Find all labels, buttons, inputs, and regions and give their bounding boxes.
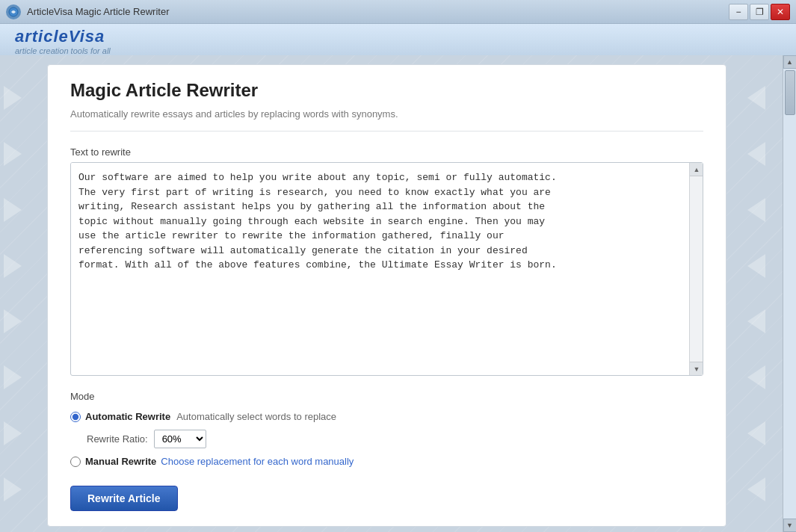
manual-rewrite-bold-label: Manual Rewrite [85,456,156,467]
triangle-6 [4,365,34,389]
textarea-scroll-up[interactable]: ▲ [690,163,703,176]
mode-section: Mode Automatic Rewrite Automatically sel… [70,391,703,511]
page-subtitle: Automatically rewrite essays and article… [70,108,703,132]
triangle-5 [4,309,34,333]
restore-button[interactable]: ❐ [750,4,769,20]
app-icon [6,4,21,19]
rtriangle-2 [735,142,765,166]
window-controls: − ❐ ✕ [729,4,790,20]
logo-text: articleVisa [15,27,105,46]
automatic-rewrite-desc: Automatically select words to replace [176,411,336,422]
main-panel: Magic Article Rewriter Automatically rew… [47,64,726,527]
page-title: Magic Article Rewriter [70,80,703,101]
rewrite-ratio-select[interactable]: 10%20%30%40%50%60%70%80%90%100% [154,430,206,448]
minimize-button[interactable]: − [729,4,748,20]
close-button[interactable]: ✕ [771,4,790,20]
triangle-8 [4,477,34,501]
rtriangle-8 [735,477,765,501]
logo-tagline: article creation tools for all [15,46,111,55]
rtriangle-4 [735,254,765,278]
scroll-track [783,69,796,519]
rtriangle-3 [735,198,765,222]
title-bar: ArticleVisa Magic Article Rewriter − ❐ ✕ [0,0,796,24]
automatic-rewrite-option: Automatic Rewrite Automatically select w… [70,411,703,422]
rewrite-article-button[interactable]: Rewrite Article [70,486,178,511]
rewrite-ratio-row: Rewrite Ratio: 10%20%30%40%50%60%70%80%9… [87,430,703,448]
title-bar-left: ArticleVisa Magic Article Rewriter [6,4,169,19]
text-rewrite-input[interactable] [71,163,703,372]
triangle-1 [4,86,34,110]
mode-label: Mode [70,391,703,402]
triangle-4 [4,254,34,278]
main-scrollbar: ▲ ▼ [783,55,796,532]
rewrite-ratio-label: Rewrite Ratio: [87,433,148,445]
triangle-7 [4,421,34,445]
window-content: Magic Article Rewriter Automatically rew… [0,55,796,532]
triangle-2 [4,142,34,166]
automatic-rewrite-radio[interactable] [70,412,81,422]
right-decoration [732,55,769,532]
textarea-scroll-down[interactable]: ▼ [690,362,703,375]
scroll-down-arrow[interactable]: ▼ [783,519,797,532]
manual-rewrite-radio[interactable] [70,457,81,467]
scroll-thumb[interactable] [785,70,795,115]
left-decoration [0,55,37,532]
textarea-scrollbar: ▲ ▼ [689,163,703,375]
window-title: ArticleVisa Magic Article Rewriter [27,6,169,17]
rtriangle-5 [735,309,765,333]
manual-rewrite-option: Manual Rewrite Choose replacement for ea… [70,456,703,467]
textarea-scroll-track [690,176,703,362]
rtriangle-7 [735,421,765,445]
header-strip: articleVisa article creation tools for a… [0,24,796,55]
rtriangle-6 [735,365,765,389]
logo-area: articleVisa article creation tools for a… [15,27,111,55]
triangle-3 [4,198,34,222]
text-area-wrapper: ▲ ▼ [70,162,703,376]
manual-rewrite-link[interactable]: Choose replacement for each word manuall… [161,456,354,467]
automatic-rewrite-bold-label: Automatic Rewrite [85,411,170,422]
rtriangle-1 [735,86,765,110]
text-to-rewrite-label: Text to rewrite [70,146,703,158]
scroll-up-arrow[interactable]: ▲ [783,55,797,69]
background-content: Magic Article Rewriter Automatically rew… [0,55,783,532]
